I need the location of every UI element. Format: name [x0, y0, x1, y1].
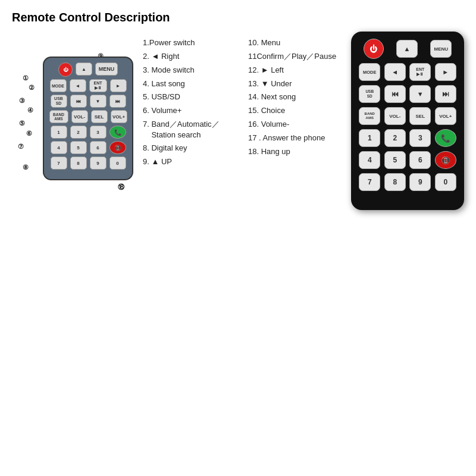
desc-14: 14. Next song	[248, 92, 345, 103]
r-down[interactable]: ▼	[409, 85, 431, 103]
r-8[interactable]: 8	[384, 173, 406, 191]
r-5[interactable]: 5	[384, 151, 406, 169]
d-right-arrow: ►	[110, 79, 127, 92]
desc-columns: 1.Power switch 2. ◄ Right 3. Mode switch…	[143, 37, 345, 210]
remote-row-5: 1 2 3 📞	[357, 129, 458, 147]
r-mode[interactable]: MODE	[359, 63, 380, 81]
d-num8: 8	[70, 156, 87, 170]
r-1[interactable]: 1	[359, 129, 380, 147]
description-section: 1.Power switch 2. ◄ Right 3. Mode switch…	[143, 37, 345, 210]
desc-13: 13. ▼ Under	[248, 79, 345, 90]
d-volminus: VOL-	[71, 110, 88, 123]
desc-col-right: 10. Menu 11Confirm／Play／Pause 12. ► Left…	[248, 37, 345, 210]
callout-2: ②	[29, 84, 35, 91]
desc-2: 2. ◄ Right	[143, 51, 240, 62]
r-menu[interactable]: MENU	[430, 40, 452, 58]
d-num9: 9	[90, 156, 107, 170]
d-sel: SEL	[91, 110, 108, 123]
desc-5: 5. USB/SD	[143, 92, 240, 103]
d-num5: 5	[70, 141, 87, 154]
d-mode: MODE	[50, 79, 67, 92]
d-num4: 4	[51, 141, 67, 154]
d-hangup: 📵	[109, 141, 126, 154]
r-6[interactable]: 6	[409, 151, 431, 169]
r-ent[interactable]: ENT▶⏸	[409, 63, 431, 81]
callout-3: ③	[19, 97, 25, 104]
desc-8: 8. Digital key	[143, 143, 240, 154]
desc-9: 9. ▲ UP	[143, 156, 240, 168]
remote-photo: ⏻ ▲ MENU MODE ◄ ENT▶⏸ ► USBSD ⏮ ▼ ⏭ BAND…	[351, 32, 464, 210]
r-left[interactable]: ◄	[384, 63, 406, 81]
d-num3: 3	[90, 126, 107, 139]
desc-3: 3. Mode switch	[143, 65, 240, 76]
desc-6: 6. Volume+	[143, 105, 240, 117]
desc-18: 18. Hang up	[248, 146, 345, 158]
callout-5: ⑤	[19, 120, 25, 127]
r-hangup[interactable]: 📵	[435, 151, 456, 169]
r-next[interactable]: ⏭	[435, 85, 456, 103]
r-volplus[interactable]: VOL+	[435, 107, 456, 125]
callout-8: ⑧	[23, 164, 29, 171]
remote-row-2: MODE ◄ ENT▶⏸ ►	[357, 63, 458, 81]
r-usbsd[interactable]: USBSD	[359, 85, 380, 103]
d-power: ⏻	[58, 62, 73, 77]
callout-4: ④	[27, 107, 33, 114]
d-up: ▲	[76, 62, 92, 76]
d-band: BANDAMS	[49, 110, 68, 123]
remote-row-6: 4 5 6 📵	[357, 151, 458, 169]
d-num7: 7	[51, 156, 67, 170]
remote-row-7: 7 8 9 0	[357, 173, 458, 191]
callout-6: ⑥	[26, 130, 32, 137]
desc-17: 17 . Answer the phone	[248, 133, 345, 144]
d-left-arrow: ◄	[70, 79, 86, 92]
r-right[interactable]: ►	[435, 63, 456, 81]
diagram-area: ① ② ③ ④ ⑤ ⑥ ⑦ ⑧ ⑨ ⑩ ⑪ ⑫ ⑬ ⑭ ⑮ ⑯ ⑰ ⑱	[12, 32, 137, 210]
callout-1: ①	[23, 74, 29, 82]
r-power[interactable]: ⏻	[364, 39, 384, 59]
content-row: ① ② ③ ④ ⑤ ⑥ ⑦ ⑧ ⑨ ⑩ ⑪ ⑫ ⑬ ⑭ ⑮ ⑯ ⑰ ⑱	[12, 32, 464, 210]
r-4[interactable]: 4	[359, 151, 380, 169]
desc-4: 4. Last song	[143, 79, 240, 90]
d-ent: ENT▶⏸	[89, 79, 107, 92]
page: Remote Control Description ① ② ③ ④ ⑤ ⑥ ⑦…	[0, 0, 476, 476]
d-usb: USBSD	[51, 95, 67, 108]
callout-18: ⑱	[118, 183, 124, 192]
r-volminus[interactable]: VOL-	[384, 107, 406, 125]
page-title: Remote Control Description	[12, 11, 464, 24]
d-menu: MENU	[95, 62, 118, 76]
desc-11: 11Confirm／Play／Pause	[248, 51, 345, 62]
desc-1: 1.Power switch	[143, 37, 240, 49]
r-band[interactable]: BANDAMS	[359, 107, 380, 125]
diagram-remote: ⏻ ▲ MENU MODE ◄ ENT▶⏸ ► USBSD ⏮	[43, 57, 133, 180]
r-9[interactable]: 9	[409, 173, 431, 191]
d-num1: 1	[51, 126, 67, 139]
desc-7: 7. Band／Automatic／ Station search	[143, 119, 240, 140]
r-3[interactable]: 3	[409, 129, 431, 147]
r-sel[interactable]: SEL	[409, 107, 431, 125]
d-next: ⏭	[109, 95, 126, 108]
r-7[interactable]: 7	[359, 173, 380, 191]
d-down: ▼	[90, 95, 107, 108]
r-2[interactable]: 2	[384, 129, 406, 147]
remote-row-1: ⏻ ▲ MENU	[357, 39, 458, 59]
desc-15: 15. Choice	[248, 105, 345, 117]
desc-16: 16. Volume-	[248, 119, 345, 130]
d-num6: 6	[90, 141, 107, 154]
desc-col-left: 1.Power switch 2. ◄ Right 3. Mode switch…	[143, 37, 240, 210]
r-0[interactable]: 0	[435, 173, 456, 191]
d-volplus: VOL+	[111, 110, 127, 123]
remote-row-3: USBSD ⏮ ▼ ⏭	[357, 85, 458, 103]
callout-7: ⑦	[18, 143, 24, 150]
r-prev[interactable]: ⏮	[384, 85, 406, 103]
desc-12: 12. ► Left	[248, 65, 345, 76]
d-num2: 2	[70, 126, 87, 139]
remote-row-4: BANDAMS VOL- SEL VOL+	[357, 107, 458, 125]
r-up[interactable]: ▲	[396, 40, 418, 58]
d-prev: ⏮	[70, 95, 87, 108]
r-answer[interactable]: 📞	[435, 129, 456, 147]
desc-10: 10. Menu	[248, 37, 345, 49]
d-num0: 0	[109, 156, 126, 170]
d-answer: 📞	[109, 126, 126, 139]
